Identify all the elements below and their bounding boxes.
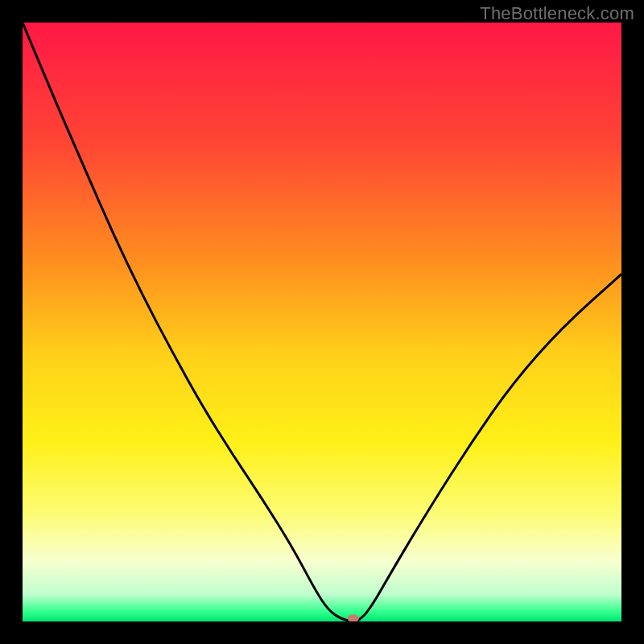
bottleneck-curve-layer [23, 23, 621, 621]
plot-area [23, 23, 621, 621]
watermark-label: TheBottleneck.com [480, 3, 634, 24]
optimal-point-marker [348, 614, 359, 621]
bottleneck-curve [23, 23, 621, 621]
chart-frame: TheBottleneck.com [0, 0, 644, 644]
